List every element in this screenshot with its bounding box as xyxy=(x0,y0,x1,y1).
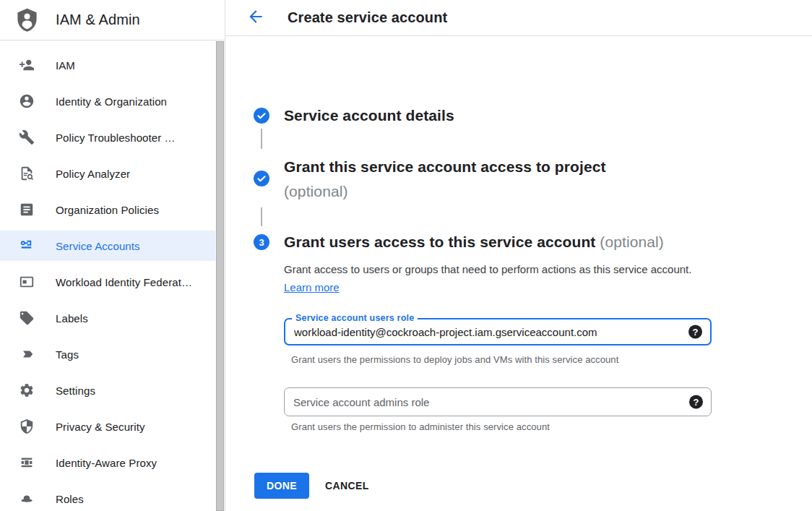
sidebar-item-label: Service Accounts xyxy=(56,240,140,252)
users-role-field: Service account users role ? xyxy=(284,318,712,345)
step1-title: Service account details xyxy=(284,106,454,125)
sidebar-item-organization-policies[interactable]: Organization Policies xyxy=(0,192,215,228)
step2-title: Grant this service account access to pro… xyxy=(284,155,606,179)
step3-description: Grant access to users or groups that nee… xyxy=(284,260,694,296)
admins-role-field: ? xyxy=(284,387,712,416)
tag-arrow-icon xyxy=(19,346,35,362)
sidebar-header: IAM & Admin xyxy=(0,0,225,40)
back-button[interactable] xyxy=(246,9,265,27)
admins-role-helper-text: Grant users the permission to administer… xyxy=(291,421,550,432)
account-circle-icon xyxy=(19,93,35,109)
sidebar-item-label: Organization Policies xyxy=(56,204,159,216)
sidebar-item-settings[interactable]: Settings xyxy=(0,372,215,408)
step3-title: Grant users access to this service accou… xyxy=(284,233,664,252)
shield-half-icon xyxy=(19,418,35,434)
step3-number-badge: 3 xyxy=(254,234,269,250)
sidebar-item-label: Identity-Aware Proxy xyxy=(56,457,157,469)
wrench-icon xyxy=(19,129,35,145)
sidebar-item-label: Labels xyxy=(56,312,88,325)
step3-description-text: Grant access to users or groups that nee… xyxy=(284,263,691,275)
arrow-back-icon xyxy=(246,7,265,28)
step2-title-block: Grant this service account access to pro… xyxy=(284,155,606,204)
page-header: Create service account xyxy=(225,0,812,36)
sidebar-item-label: Policy Analyzer xyxy=(56,168,130,180)
sidebar-scrollbar xyxy=(215,41,225,511)
step-connector xyxy=(261,207,262,226)
sidebar-item-iam[interactable]: IAM xyxy=(0,47,215,83)
proxy-grid-icon xyxy=(19,455,35,471)
step3-optional-label: (optional) xyxy=(600,233,664,250)
learn-more-link[interactable]: Learn more xyxy=(284,281,340,293)
sidebar-item-label: Tags xyxy=(56,348,79,361)
users-role-helper-text: Grant users the permissions to deploy jo… xyxy=(291,354,618,365)
person-add-icon xyxy=(19,57,35,73)
policy-analyzer-icon xyxy=(19,166,35,181)
sidebar-item-workload-identity-federation[interactable]: Workload Identity Federat… xyxy=(0,264,215,300)
sidebar-item-label: Privacy & Security xyxy=(56,421,145,433)
sidebar-item-tags[interactable]: Tags xyxy=(0,336,215,372)
gcp-console-page: IAM & Admin IAM Identity & Organization … xyxy=(0,0,812,511)
sidebar-nav: IAM Identity & Organization Policy Troub… xyxy=(0,41,215,511)
step2-completed-check-icon xyxy=(254,171,269,186)
sidebar-scrollbar-thumb[interactable] xyxy=(216,41,224,511)
step3-number: 3 xyxy=(259,237,264,248)
article-icon xyxy=(19,202,35,218)
step3-title-text: Grant users access to this service accou… xyxy=(284,233,595,250)
create-service-account-form: Service account details Grant this servi… xyxy=(225,36,812,511)
users-role-input[interactable] xyxy=(294,319,678,344)
sidebar: IAM & Admin IAM Identity & Organization … xyxy=(0,0,225,511)
step-connector xyxy=(261,129,262,149)
sidebar-item-roles[interactable]: Roles xyxy=(0,481,215,511)
sidebar-item-privacy-security[interactable]: Privacy & Security xyxy=(0,408,215,445)
sidebar-item-service-accounts[interactable]: Service Accounts xyxy=(0,228,215,264)
label-tag-icon xyxy=(19,310,35,326)
sidebar-item-policy-troubleshooter[interactable]: Policy Troubleshooter … xyxy=(0,119,215,155)
step2-optional-label: (optional) xyxy=(284,179,606,204)
iam-shield-logo-icon xyxy=(14,6,40,35)
sidebar-item-label: IAM xyxy=(56,59,75,72)
hat-icon xyxy=(19,491,35,507)
sidebar-item-identity-organization[interactable]: Identity & Organization xyxy=(0,83,215,119)
gear-icon xyxy=(19,382,35,398)
step1-completed-check-icon xyxy=(254,108,269,124)
sidebar-item-label: Policy Troubleshooter … xyxy=(56,132,176,144)
page-title: Create service account xyxy=(288,9,447,26)
sidebar-item-label: Identity & Organization xyxy=(56,95,167,108)
sidebar-item-policy-analyzer[interactable]: Policy Analyzer xyxy=(0,155,215,192)
main-panel: Create service account Service account d… xyxy=(225,0,812,511)
done-button[interactable]: DONE xyxy=(254,473,309,499)
admins-role-input[interactable] xyxy=(293,388,679,416)
app-name: IAM & Admin xyxy=(56,12,140,28)
sidebar-item-label: Settings xyxy=(56,385,95,397)
help-icon[interactable]: ? xyxy=(688,325,702,339)
sidebar-item-labels[interactable]: Labels xyxy=(0,300,215,336)
sidebar-item-identity-aware-proxy[interactable]: Identity-Aware Proxy xyxy=(0,445,215,481)
service-account-key-icon xyxy=(19,238,35,254)
help-icon[interactable]: ? xyxy=(689,395,703,409)
sidebar-item-label: Workload Identity Federat… xyxy=(56,276,192,288)
badge-card-icon xyxy=(19,274,35,290)
cancel-button[interactable]: CANCEL xyxy=(319,473,376,499)
sidebar-item-label: Roles xyxy=(56,493,84,505)
